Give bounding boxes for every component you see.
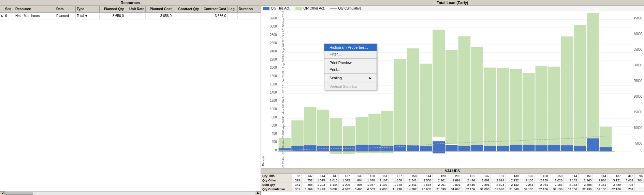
row-type[interactable]: Total ▼	[76, 13, 100, 19]
cell: 137	[520, 174, 535, 178]
col-lag: Lag	[228, 6, 238, 12]
cell: 2 341	[403, 183, 418, 187]
cell	[634, 183, 644, 187]
row-unit-rate	[125, 13, 146, 19]
scaling-arrow-icon: ▶	[369, 77, 371, 80]
cell: 313	[622, 174, 635, 178]
svg-text:31 Aug 2019: 31 Aug 2019	[282, 56, 285, 72]
cell: 144	[564, 174, 578, 178]
svg-text:1000: 1000	[270, 107, 277, 111]
svg-text:400: 400	[272, 131, 277, 135]
legend-this-act-color	[263, 7, 269, 10]
type-dropdown-arrow[interactable]: ▼	[85, 14, 88, 18]
row-resource: Hrs - Man hours	[14, 13, 55, 19]
menu-histogram-properties[interactable]: Histogram Properties...	[324, 44, 377, 51]
svg-text:2600: 2600	[270, 41, 277, 45]
menu-print[interactable]: Print...	[324, 66, 377, 73]
expand-col	[0, 6, 4, 12]
svg-text:1400: 1400	[270, 90, 277, 94]
cell: 31 640	[491, 187, 506, 192]
svg-text:30000: 30000	[633, 63, 642, 67]
left-panel: Resources Seq Resource Data Type Planned…	[0, 0, 261, 195]
cell: 151	[491, 174, 506, 178]
cell: 2 132	[505, 183, 520, 187]
svg-rect-64	[407, 48, 419, 148]
left-scrollbar[interactable]: ◀ ▶	[0, 191, 261, 195]
menu-vertical-scrollbar[interactable]: Vertical Scrollbar	[324, 83, 377, 90]
chart-title: Total Load (Early)	[261, 0, 644, 6]
scroll-thumb[interactable]	[6, 192, 33, 195]
x-axis-labels: 31 Jan 2019 28 Feb 2019 29 Mar 2019 30 A…	[282, 11, 285, 168]
table-row: ▶ 6 Hrs - Man hours Planned Total ▼ 3 65…	[0, 13, 261, 19]
svg-text:29 Mar 2019: 29 Mar 2019	[282, 132, 285, 148]
cell: 704	[634, 178, 644, 183]
cell: 804	[351, 183, 364, 187]
svg-rect-82	[523, 73, 535, 150]
cell: 888	[301, 183, 314, 187]
cell: 2 558	[418, 183, 433, 187]
menu-scaling[interactable]: Scaling ▶	[324, 75, 377, 81]
cell: 3 151	[593, 183, 608, 187]
svg-text:1600: 1600	[270, 82, 277, 86]
svg-rect-85	[536, 145, 548, 151]
svg-rect-76	[484, 68, 496, 150]
cell: 2 624	[491, 183, 506, 187]
row-expand-arrow[interactable]: ▶	[0, 13, 4, 19]
col-planned-cost: Planned Cost	[146, 6, 173, 12]
cell: 1 144	[326, 183, 339, 187]
svg-rect-72	[458, 36, 471, 150]
right-panel: Total Load (Early) Qty This Act. Qty Oth…	[261, 0, 644, 195]
svg-rect-74	[471, 47, 483, 149]
cell: 130	[326, 174, 339, 178]
values-header: VALUES	[261, 168, 644, 174]
svg-text:45000: 45000	[633, 16, 642, 20]
cell: 4 642	[339, 187, 351, 192]
chart-area[interactable]: Periodic 3200 3000 2800 2600 2400 2200 2…	[261, 11, 644, 168]
scroll-track[interactable]	[5, 192, 255, 195]
svg-rect-91	[574, 146, 586, 151]
cell: 3 489	[622, 178, 635, 183]
scroll-left-btn[interactable]: ◀	[0, 191, 5, 195]
scroll-right-btn[interactable]: ▶	[256, 191, 261, 195]
cell: 2 891	[476, 178, 491, 183]
cell: 158	[549, 174, 564, 178]
svg-text:31 Jul 2019: 31 Jul 2019	[282, 71, 285, 86]
cell: 1 013	[326, 178, 339, 183]
svg-rect-93	[587, 139, 599, 151]
menu-print-preview[interactable]: Print Preview	[324, 59, 377, 66]
histogram-chart[interactable]: 3200 3000 2800 2600 2400 2200 2000 1800 …	[266, 11, 644, 168]
cell: 130	[505, 174, 520, 178]
svg-text:600: 600	[272, 123, 277, 127]
col-type: Type	[76, 6, 100, 12]
svg-text:31 Dec 2019: 31 Dec 2019	[282, 11, 285, 12]
menu-separator-2	[324, 74, 377, 74]
row-label-sum-qty: Sum Qty	[261, 183, 292, 187]
row-duration	[238, 13, 258, 19]
svg-rect-79	[497, 146, 509, 151]
row-data: Planned	[55, 13, 76, 19]
legend-cumulative-line	[330, 8, 337, 9]
cell: 2 163	[564, 183, 578, 187]
svg-text:40000: 40000	[633, 32, 642, 36]
cell: 7 608	[376, 187, 389, 192]
table-header: Seq Resource Data Type Planned Qty Unit …	[0, 6, 261, 13]
menu-separator-1	[324, 58, 377, 59]
menu-filter[interactable]: Filter...	[324, 51, 377, 58]
svg-text:30 Jun 2019: 30 Jun 2019	[282, 87, 285, 103]
svg-rect-86	[548, 67, 560, 150]
cell: 1 224	[314, 183, 326, 187]
cell: 2 493	[314, 187, 326, 192]
svg-text:0: 0	[641, 148, 642, 152]
cell: 2 891	[447, 183, 462, 187]
svg-text:20000: 20000	[633, 94, 642, 98]
cell: 31 640	[505, 187, 520, 192]
svg-text:2800: 2800	[270, 33, 277, 37]
cell: 32 136	[578, 187, 593, 192]
cell: 5 466	[351, 187, 364, 192]
svg-text:2200: 2200	[270, 58, 277, 62]
svg-text:5000: 5000	[635, 141, 643, 145]
cell: 32 136	[462, 187, 476, 192]
cell	[634, 187, 644, 192]
svg-text:3200: 3200	[270, 16, 277, 20]
cell: 3 489	[608, 183, 622, 187]
